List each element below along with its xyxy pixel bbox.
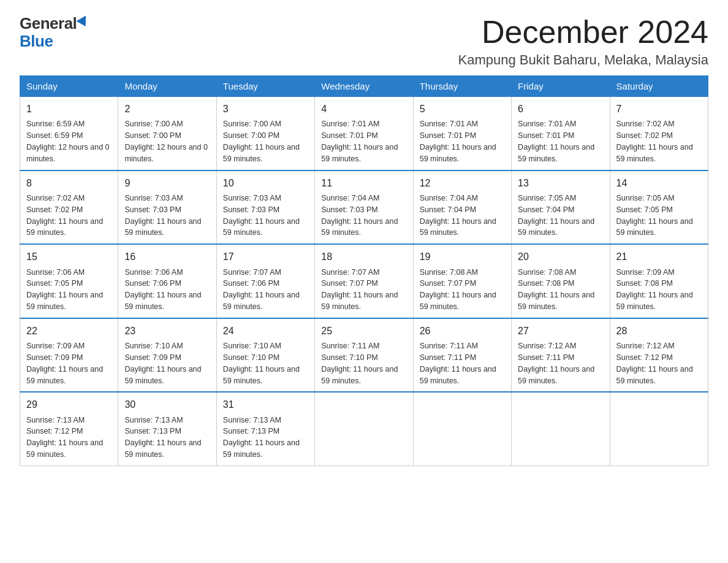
day-number: 9: [124, 176, 210, 190]
calendar-cell: 7 Sunrise: 7:02 AMSunset: 7:02 PMDayligh…: [610, 97, 708, 170]
calendar-cell: 14 Sunrise: 7:05 AMSunset: 7:05 PMDaylig…: [610, 170, 708, 245]
day-info: Sunrise: 7:13 AMSunset: 7:13 PMDaylight:…: [124, 416, 201, 459]
calendar-cell: 17 Sunrise: 7:07 AMSunset: 7:06 PMDaylig…: [216, 244, 314, 318]
day-info: Sunrise: 7:00 AMSunset: 7:00 PMDaylight:…: [223, 120, 300, 163]
logo-blue: Blue: [20, 33, 53, 50]
weekday-header-wednesday: Wednesday: [315, 76, 413, 97]
day-info: Sunrise: 7:11 AMSunset: 7:10 PMDaylight:…: [321, 342, 398, 385]
day-info: Sunrise: 7:08 AMSunset: 7:08 PMDaylight:…: [518, 268, 594, 312]
day-number: 2: [124, 102, 210, 116]
weekday-header-row: SundayMondayTuesdayWednesdayThursdayFrid…: [20, 76, 708, 97]
weekday-header-friday: Friday: [512, 76, 610, 97]
day-number: 1: [26, 102, 112, 116]
day-number: 3: [223, 102, 308, 116]
calendar-cell: 24 Sunrise: 7:10 AMSunset: 7:10 PMDaylig…: [216, 318, 314, 393]
calendar-table: SundayMondayTuesdayWednesdayThursdayFrid…: [20, 75, 708, 466]
day-info: Sunrise: 6:59 AMSunset: 6:59 PMDaylight:…: [26, 120, 110, 163]
calendar-cell: 10 Sunrise: 7:03 AMSunset: 7:03 PMDaylig…: [216, 170, 314, 245]
day-info: Sunrise: 7:11 AMSunset: 7:11 PMDaylight:…: [420, 342, 496, 385]
day-number: 8: [26, 176, 112, 190]
day-info: Sunrise: 7:02 AMSunset: 7:02 PMDaylight:…: [616, 120, 693, 163]
calendar-cell: [512, 392, 610, 465]
calendar-cell: 16 Sunrise: 7:06 AMSunset: 7:06 PMDaylig…: [118, 244, 216, 318]
day-number: 24: [223, 324, 308, 338]
day-number: 19: [420, 250, 505, 264]
day-info: Sunrise: 7:03 AMSunset: 7:03 PMDaylight:…: [124, 194, 201, 237]
calendar-cell: 20 Sunrise: 7:08 AMSunset: 7:08 PMDaylig…: [512, 244, 610, 318]
day-info: Sunrise: 7:02 AMSunset: 7:02 PMDaylight:…: [26, 194, 103, 237]
day-info: Sunrise: 7:01 AMSunset: 7:01 PMDaylight:…: [321, 120, 398, 163]
day-info: Sunrise: 7:09 AMSunset: 7:08 PMDaylight:…: [616, 268, 693, 312]
calendar-cell: 30 Sunrise: 7:13 AMSunset: 7:13 PMDaylig…: [118, 392, 216, 465]
day-number: 13: [518, 176, 603, 190]
day-number: 5: [420, 102, 505, 116]
day-info: Sunrise: 7:07 AMSunset: 7:07 PMDaylight:…: [321, 268, 398, 312]
calendar-cell: 21 Sunrise: 7:09 AMSunset: 7:08 PMDaylig…: [610, 244, 708, 318]
day-number: 18: [321, 250, 406, 264]
week-row-4: 22 Sunrise: 7:09 AMSunset: 7:09 PMDaylig…: [20, 318, 708, 393]
day-number: 21: [616, 250, 702, 264]
calendar-cell: 15 Sunrise: 7:06 AMSunset: 7:05 PMDaylig…: [20, 244, 118, 318]
day-number: 16: [124, 250, 210, 264]
day-number: 26: [420, 324, 505, 338]
weekday-header-monday: Monday: [118, 76, 216, 97]
calendar-cell: 2 Sunrise: 7:00 AMSunset: 7:00 PMDayligh…: [118, 97, 216, 170]
logo-general: General: [20, 15, 77, 33]
day-number: 6: [518, 102, 603, 116]
day-number: 29: [26, 397, 112, 412]
day-number: 17: [223, 250, 308, 264]
calendar-cell: 23 Sunrise: 7:10 AMSunset: 7:09 PMDaylig…: [118, 318, 216, 393]
day-number: 28: [616, 324, 702, 338]
title-section: December 2024 Kampung Bukit Baharu, Mela…: [458, 15, 708, 68]
day-info: Sunrise: 7:03 AMSunset: 7:03 PMDaylight:…: [223, 194, 300, 237]
day-number: 22: [26, 324, 112, 338]
page-header: General Blue December 2024 Kampung Bukit…: [20, 15, 708, 68]
calendar-cell: [610, 392, 708, 465]
calendar-cell: 6 Sunrise: 7:01 AMSunset: 7:01 PMDayligh…: [512, 97, 610, 170]
calendar-cell: 19 Sunrise: 7:08 AMSunset: 7:07 PMDaylig…: [413, 244, 511, 318]
calendar-cell: 8 Sunrise: 7:02 AMSunset: 7:02 PMDayligh…: [20, 170, 118, 245]
day-info: Sunrise: 7:08 AMSunset: 7:07 PMDaylight:…: [420, 268, 496, 312]
day-number: 31: [223, 397, 308, 412]
day-info: Sunrise: 7:10 AMSunset: 7:10 PMDaylight:…: [223, 342, 300, 385]
day-number: 27: [518, 324, 603, 338]
logo: General Blue: [20, 15, 89, 50]
day-info: Sunrise: 7:04 AMSunset: 7:03 PMDaylight:…: [321, 194, 398, 237]
day-info: Sunrise: 7:05 AMSunset: 7:04 PMDaylight:…: [518, 194, 594, 237]
day-number: 23: [124, 324, 210, 338]
calendar-cell: 25 Sunrise: 7:11 AMSunset: 7:10 PMDaylig…: [315, 318, 413, 393]
day-number: 7: [616, 102, 702, 116]
calendar-cell: 5 Sunrise: 7:01 AMSunset: 7:01 PMDayligh…: [413, 97, 511, 170]
day-number: 11: [321, 176, 406, 190]
day-info: Sunrise: 7:10 AMSunset: 7:09 PMDaylight:…: [124, 342, 201, 385]
calendar-cell: [413, 392, 511, 465]
week-row-3: 15 Sunrise: 7:06 AMSunset: 7:05 PMDaylig…: [20, 244, 708, 318]
calendar-cell: 29 Sunrise: 7:13 AMSunset: 7:12 PMDaylig…: [20, 392, 118, 465]
day-info: Sunrise: 7:12 AMSunset: 7:12 PMDaylight:…: [616, 342, 693, 385]
calendar-cell: 27 Sunrise: 7:12 AMSunset: 7:11 PMDaylig…: [512, 318, 610, 393]
week-row-5: 29 Sunrise: 7:13 AMSunset: 7:12 PMDaylig…: [20, 392, 708, 465]
logo-triangle-icon: [77, 15, 91, 29]
day-number: 25: [321, 324, 406, 338]
week-row-2: 8 Sunrise: 7:02 AMSunset: 7:02 PMDayligh…: [20, 170, 708, 245]
day-info: Sunrise: 7:13 AMSunset: 7:13 PMDaylight:…: [223, 416, 300, 459]
week-row-1: 1 Sunrise: 6:59 AMSunset: 6:59 PMDayligh…: [20, 97, 708, 170]
day-info: Sunrise: 7:01 AMSunset: 7:01 PMDaylight:…: [518, 120, 594, 163]
day-number: 20: [518, 250, 603, 264]
day-info: Sunrise: 7:12 AMSunset: 7:11 PMDaylight:…: [518, 342, 594, 385]
calendar-cell: 1 Sunrise: 6:59 AMSunset: 6:59 PMDayligh…: [20, 97, 118, 170]
weekday-header-saturday: Saturday: [610, 76, 708, 97]
day-info: Sunrise: 7:00 AMSunset: 7:00 PMDaylight:…: [124, 120, 208, 163]
calendar-cell: 4 Sunrise: 7:01 AMSunset: 7:01 PMDayligh…: [315, 97, 413, 170]
day-info: Sunrise: 7:07 AMSunset: 7:06 PMDaylight:…: [223, 268, 300, 312]
day-info: Sunrise: 7:06 AMSunset: 7:05 PMDaylight:…: [26, 268, 103, 312]
day-info: Sunrise: 7:09 AMSunset: 7:09 PMDaylight:…: [26, 342, 103, 385]
month-title: December 2024: [458, 15, 708, 50]
calendar-cell: 26 Sunrise: 7:11 AMSunset: 7:11 PMDaylig…: [413, 318, 511, 393]
calendar-cell: 22 Sunrise: 7:09 AMSunset: 7:09 PMDaylig…: [20, 318, 118, 393]
calendar-cell: 31 Sunrise: 7:13 AMSunset: 7:13 PMDaylig…: [216, 392, 314, 465]
calendar-cell: [315, 392, 413, 465]
day-number: 4: [321, 102, 406, 116]
day-number: 12: [420, 176, 505, 190]
calendar-cell: 18 Sunrise: 7:07 AMSunset: 7:07 PMDaylig…: [315, 244, 413, 318]
